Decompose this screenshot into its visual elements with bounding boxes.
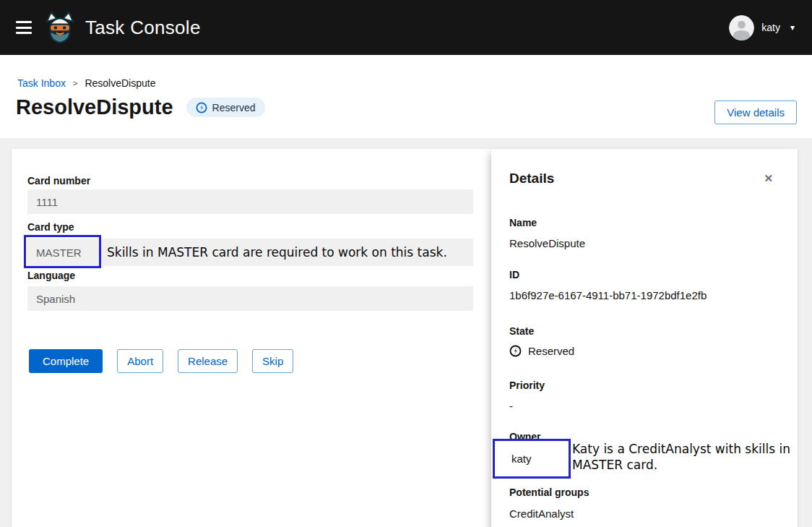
details-panel-title: Details <box>509 171 554 187</box>
language-input[interactable]: Spanish <box>27 286 473 311</box>
user-menu[interactable]: katy ▾ <box>729 0 795 55</box>
owner-annotation-text: Katy is a CreditAnalyst with skills in M… <box>572 441 805 473</box>
app-title: Task Console <box>85 17 201 39</box>
skip-button[interactable]: Skip <box>252 349 293 373</box>
breadcrumb-separator-icon: > <box>73 79 77 87</box>
id-value: 1b6f927e-6167-4911-bb71-1972bdf1e2fb <box>509 289 707 301</box>
breadcrumb-task-inbox[interactable]: Task Inbox <box>17 77 66 89</box>
page-header: Task Inbox > ResolveDispute ResolveDispu… <box>0 55 812 138</box>
card-number-input[interactable]: 1111 <box>27 189 473 214</box>
priority-value: - <box>509 400 513 412</box>
details-panel: Details ✕ Name ResolveDispute ID 1b6f927… <box>491 149 798 527</box>
page-title: ResolveDispute <box>16 95 173 119</box>
view-details-button[interactable]: View details <box>714 100 797 124</box>
reserved-state-icon <box>509 345 522 357</box>
complete-button[interactable]: Complete <box>29 349 103 373</box>
task-console-app: Task Console katy ▾ Task Inbox > Resolve… <box>0 0 812 527</box>
status-badge: Reserved <box>186 98 265 117</box>
release-button[interactable]: Release <box>178 349 238 373</box>
language-label: Language <box>27 270 75 281</box>
potential-groups-value: CreditAnalyst <box>509 507 574 520</box>
state-label: State <box>509 325 534 337</box>
breadcrumb: Task Inbox > ResolveDispute <box>17 77 155 89</box>
card-type-label: Card type <box>27 221 74 233</box>
card-type-annotation-text: Skills in MASTER card are required to wo… <box>107 244 447 260</box>
close-icon[interactable]: ✕ <box>764 172 773 185</box>
id-label: ID <box>509 269 519 280</box>
owner-annotation-box: katy <box>493 439 571 479</box>
priority-label: Priority <box>509 380 545 391</box>
masthead: Task Console katy ▾ <box>0 0 812 55</box>
task-actions: Complete Abort Release Skip <box>29 349 293 373</box>
chevron-down-icon: ▾ <box>790 22 795 33</box>
name-label: Name <box>509 217 537 228</box>
state-value: Reserved <box>509 345 574 357</box>
card-number-label: Card number <box>27 175 90 187</box>
state-value-label: Reserved <box>528 345 574 357</box>
avatar <box>729 15 754 40</box>
viking-logo-icon <box>45 11 75 44</box>
user-name: katy <box>761 22 780 33</box>
name-value: ResolveDispute <box>509 237 585 249</box>
reserved-state-icon <box>196 102 207 113</box>
task-form-card: Card number 1111 Card type MASTER Skills… <box>12 149 798 527</box>
abort-button[interactable]: Abort <box>117 349 163 373</box>
status-badge-label: Reserved <box>212 102 256 113</box>
menu-toggle-icon[interactable] <box>16 21 32 34</box>
owner-value: katy <box>511 453 532 465</box>
breadcrumb-current: ResolveDispute <box>85 77 155 89</box>
potential-groups-label: Potential groups <box>509 487 589 498</box>
